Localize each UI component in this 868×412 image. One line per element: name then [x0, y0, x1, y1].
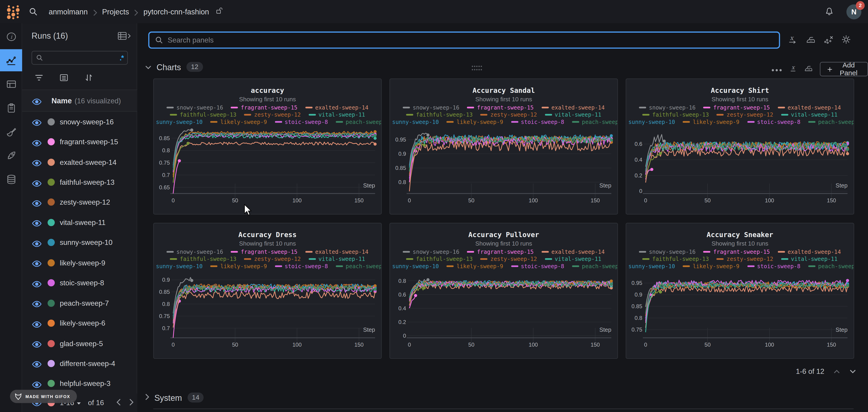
run-name[interactable]: snowy-sweep-16 [60, 118, 114, 126]
legend-run-name: snowy-sweep-16 [413, 249, 459, 255]
rail-item-table[interactable] [0, 73, 22, 95]
chart-panel[interactable]: accuracyShowing first 10 runssnowy-sweep… [153, 78, 382, 215]
legend-row: faithful-sweep-13zesty-sweep-12vital-swe… [626, 111, 854, 118]
run-row[interactable]: likely-sweep-9 [22, 253, 137, 273]
smoothing-iron-icon[interactable] [806, 34, 816, 45]
run-name[interactable]: fragrant-sweep-15 [60, 138, 118, 146]
chart-plot[interactable]: 0.750.80.850.90.95050100150Step [626, 270, 854, 353]
svg-text:150: 150 [354, 342, 364, 348]
run-name[interactable]: faithful-sweep-13 [60, 178, 114, 186]
run-row[interactable]: peach-sweep-7 [22, 293, 137, 313]
run-name[interactable]: glad-sweep-5 [60, 339, 103, 348]
chart-panel[interactable]: Accuracy SandalShowing first 10 runssnow… [390, 78, 618, 215]
rail-item-launch[interactable] [0, 144, 22, 166]
visibility-toggle-icon[interactable] [32, 179, 41, 185]
run-row[interactable]: sunny-sweep-10 [22, 232, 137, 253]
page-down-icon[interactable] [849, 367, 856, 375]
x-axis-settings-icon[interactable]: x [788, 34, 798, 45]
run-row[interactable]: likely-sweep-6 [22, 313, 137, 334]
next-page-icon[interactable] [129, 398, 134, 407]
breadcrumb-user[interactable]: anmolmann [49, 7, 88, 16]
system-section-label[interactable]: System [154, 393, 182, 402]
chart-plot[interactable]: 00.20.40.6050100150Step [626, 126, 854, 209]
legend-run-name: stoic-sweep-8 [285, 119, 328, 125]
more-options-icon[interactable] [771, 64, 782, 74]
notifications-bell-icon[interactable] [824, 7, 834, 17]
chevron-right-icon[interactable] [145, 392, 149, 403]
breadcrumb-project[interactable]: pytorch-cnn-fashion [144, 7, 209, 16]
section-x-axis-icon[interactable]: x [789, 64, 797, 74]
run-row[interactable]: zesty-sweep-12 [22, 192, 137, 213]
run-name[interactable]: likely-sweep-9 [60, 259, 105, 267]
run-row[interactable]: snowy-sweep-16 [22, 112, 137, 132]
run-name[interactable]: helpful-sweep-3 [60, 380, 111, 388]
visibility-toggle-icon[interactable] [32, 300, 41, 306]
run-name[interactable]: zesty-sweep-12 [60, 198, 110, 207]
run-name[interactable]: exalted-sweep-14 [60, 158, 117, 166]
settings-gear-icon[interactable] [841, 34, 851, 45]
add-panel-button[interactable]: Add Panel [820, 62, 868, 76]
run-name[interactable]: different-sweep-4 [60, 359, 115, 368]
panel-search-input[interactable] [168, 36, 774, 44]
chart-panel[interactable]: Accuracy SneakerShowing first 10 runssno… [626, 223, 854, 359]
run-name[interactable]: sunny-sweep-10 [60, 239, 113, 247]
svg-text:0.8: 0.8 [162, 147, 170, 153]
visibility-toggle-icon[interactable] [32, 259, 41, 266]
legend-item: snowy-sweep-16 [639, 249, 695, 255]
run-color-dot [48, 320, 55, 327]
runs-column-name[interactable]: Name [52, 96, 72, 105]
page-up-icon[interactable] [833, 367, 840, 375]
run-row[interactable]: stoic-sweep-8 [22, 273, 137, 293]
chart-plot[interactable]: 0.650.70.750.80.85050100150Step [154, 126, 381, 209]
visibility-toggle-icon[interactable] [32, 219, 41, 226]
chart-plot[interactable]: 0.80.850.90.95050100150Step [390, 126, 618, 209]
visibility-toggle-icon[interactable] [32, 240, 41, 246]
section-smoothing-icon[interactable] [804, 64, 813, 74]
rail-item-reports[interactable] [0, 97, 22, 119]
visibility-toggle-icon[interactable] [32, 340, 41, 347]
visibility-toggle-icon[interactable] [32, 138, 41, 145]
charts-section-label[interactable]: Charts [156, 62, 181, 71]
sort-icon[interactable] [84, 73, 94, 84]
group-list-icon[interactable] [59, 73, 69, 84]
visibility-toggle-icon[interactable] [32, 159, 41, 165]
run-name[interactable]: peach-sweep-7 [60, 299, 109, 307]
run-name[interactable]: stoic-sweep-8 [60, 279, 104, 287]
run-row[interactable]: exalted-sweep-14 [22, 152, 137, 172]
chart-panel[interactable]: Accuracy ShirtShowing first 10 runssnowy… [626, 78, 854, 215]
chevron-down-icon[interactable] [145, 62, 152, 72]
outliers-icon[interactable] [823, 34, 834, 45]
visibility-toggle-icon[interactable] [32, 199, 41, 205]
run-row[interactable]: vital-sweep-11 [22, 213, 137, 232]
run-name[interactable]: vital-sweep-11 [60, 218, 105, 227]
rail-item-artifacts[interactable] [0, 168, 22, 190]
chart-panel[interactable]: Accuracy DressShowing first 10 runssnowy… [153, 223, 382, 359]
expand-runs-table-icon[interactable] [117, 31, 131, 43]
regex-toggle[interactable]: .* [120, 54, 123, 62]
prev-page-icon[interactable] [116, 398, 121, 407]
chart-panel[interactable]: Accuracy PulloverShowing first 10 runssn… [390, 223, 618, 359]
section-drag-handle-icon[interactable] [471, 64, 482, 74]
visibility-all-icon[interactable] [32, 97, 41, 104]
visibility-toggle-icon[interactable] [32, 360, 41, 367]
chevron-down-icon[interactable] [76, 399, 82, 407]
run-name[interactable]: likely-sweep-6 [60, 319, 105, 327]
rail-item-overview[interactable]: i [0, 25, 22, 47]
chart-plot[interactable]: 0.70.750.80.850.9050100150Step [154, 270, 381, 353]
wandb-logo-icon[interactable] [5, 4, 21, 20]
visibility-toggle-icon[interactable] [32, 119, 41, 125]
runs-search-input[interactable] [46, 54, 120, 62]
run-row[interactable]: glad-sweep-5 [22, 334, 137, 353]
run-row[interactable]: different-sweep-4 [22, 353, 137, 374]
filter-icon[interactable] [34, 73, 44, 84]
run-row[interactable]: fragrant-sweep-15 [22, 132, 137, 152]
run-row[interactable]: faithful-sweep-13 [22, 172, 137, 192]
visibility-toggle-icon[interactable] [32, 320, 41, 326]
visibility-toggle-icon[interactable] [32, 380, 41, 387]
breadcrumb-projects[interactable]: Projects [102, 7, 129, 16]
rail-item-sweeps[interactable] [0, 121, 22, 143]
visibility-toggle-icon[interactable] [32, 280, 41, 286]
chart-plot[interactable]: 00.20.40.60.8050100150Step [390, 270, 618, 353]
global-search-icon[interactable] [29, 7, 38, 16]
rail-item-workspace[interactable] [0, 49, 22, 71]
